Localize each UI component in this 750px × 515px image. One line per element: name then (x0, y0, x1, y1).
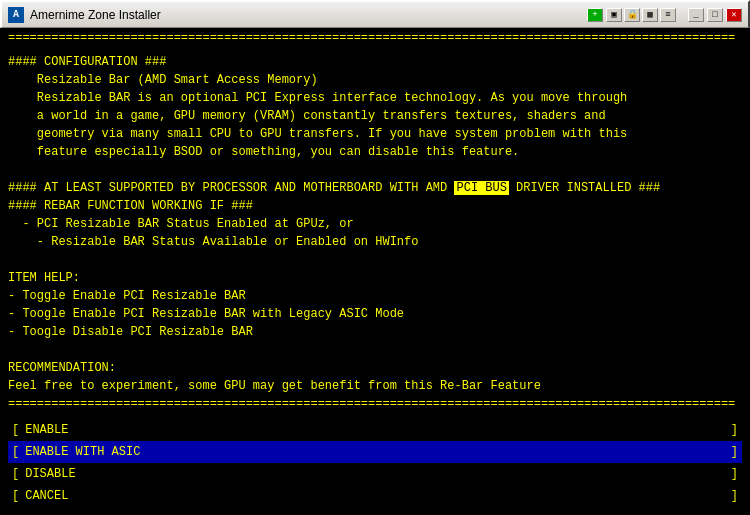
app-icon: A (8, 7, 24, 23)
toolbar-btn1[interactable]: ▣ (606, 8, 622, 22)
toolbar-btn2[interactable]: 🔒 (624, 8, 640, 22)
maximize-button[interactable]: □ (707, 8, 723, 22)
menu-item-enable[interactable]: [ ENABLE ] (8, 419, 742, 441)
menu-area: [ ENABLE ] [ ENABLE WITH ASIC ] [ DISABL… (0, 415, 750, 515)
line7 (8, 161, 742, 179)
minimize-button[interactable]: _ (688, 8, 704, 22)
window-title: Amernime Zone Installer (30, 8, 587, 22)
window-controls: + ▣ 🔒 ▦ ≡ _ □ ✕ (587, 8, 742, 22)
line4: a world in a game, GPU memory (VRAM) con… (8, 107, 742, 125)
top-separator: ========================================… (0, 28, 750, 49)
line15: - Toogle Enable PCI Resizable BAR with L… (8, 305, 742, 323)
menu-item-enable-asic[interactable]: [ ENABLE WITH ASIC ] (8, 441, 742, 463)
menu-item-cancel[interactable]: [ CANCEL ] (8, 485, 742, 507)
line12 (8, 251, 742, 269)
line14: - Toggle Enable PCI Resizable BAR (8, 287, 742, 305)
content-area: #### CONFIGURATION ### Resizable Bar (AM… (0, 49, 750, 394)
toolbar-btn4[interactable]: ≡ (660, 8, 676, 22)
pci-bus-highlight: PCI BUS (454, 181, 508, 195)
line16: - Toogle Disable PCI Resizable BAR (8, 323, 742, 341)
main-window: ========================================… (0, 28, 750, 515)
line5: geometry via many small CPU to GPU trans… (8, 125, 742, 143)
line3: Resizable BAR is an optional PCI Express… (8, 89, 742, 107)
line10: - PCI Resizable BAR Status Enabled at GP… (8, 215, 742, 233)
toolbar-btn3[interactable]: ▦ (642, 8, 658, 22)
line1: #### CONFIGURATION ### (8, 53, 742, 71)
menu-item-disable[interactable]: [ DISABLE ] (8, 463, 742, 485)
line9: #### REBAR FUNCTION WORKING IF ### (8, 197, 742, 215)
toolbar-group: ▣ 🔒 ▦ ≡ (606, 8, 676, 22)
line13: ITEM HELP: (8, 269, 742, 287)
line8: #### AT LEAST SUPPORTED BY PROCESSOR AND… (8, 179, 742, 197)
line11: - Resizable BAR Status Available or Enab… (8, 233, 742, 251)
bottom-separator: ========================================… (0, 394, 750, 415)
line18: RECOMMENDATION: (8, 359, 742, 377)
title-bar: A Amernime Zone Installer + ▣ 🔒 ▦ ≡ _ □ … (0, 0, 750, 28)
line6: feature especially BSOD or something, yo… (8, 143, 742, 161)
line17 (8, 341, 742, 359)
line2: Resizable Bar (AMD Smart Access Memory) (8, 71, 742, 89)
green-button[interactable]: + (587, 8, 603, 22)
close-button[interactable]: ✕ (726, 8, 742, 22)
line19: Feel free to experiment, some GPU may ge… (8, 377, 742, 394)
